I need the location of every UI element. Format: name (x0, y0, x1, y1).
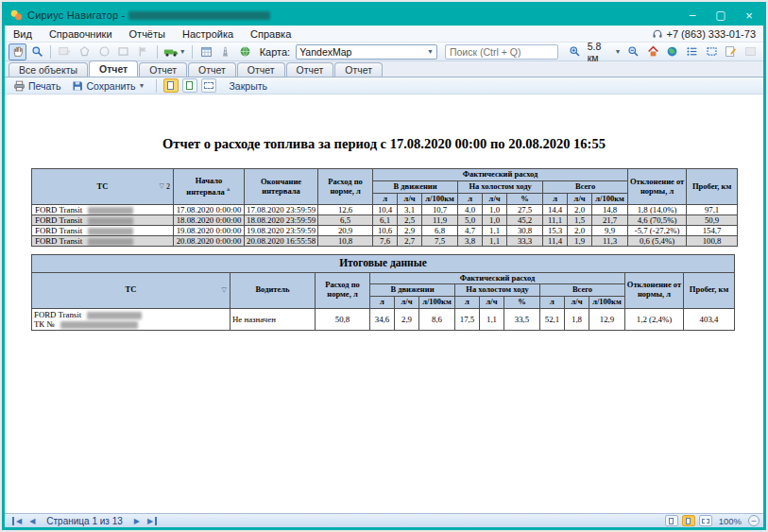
redacted-text (88, 217, 133, 225)
map-select[interactable]: YandexMap ▼ (296, 44, 437, 60)
table-row: FORD Transit ТК № Не назначен50,834,62,9… (32, 308, 735, 330)
tab-report-3[interactable]: Отчет (188, 62, 236, 77)
vehicle-cell: FORD Transit (32, 236, 174, 247)
col-header-end[interactable]: Окончание интервала (245, 169, 318, 205)
table-cell: 9,9 (592, 226, 628, 236)
chevron-down-icon: ▼ (139, 82, 145, 89)
magnifier-icon (31, 45, 43, 58)
vehicle-cell: FORD Transit (32, 226, 174, 236)
table-cell: 1,0 (483, 215, 507, 226)
tab-report-5[interactable]: Отчет (286, 62, 334, 77)
tab-report-6[interactable]: Отчет (334, 62, 383, 77)
zoom-tool-button[interactable] (28, 43, 46, 60)
notes-button[interactable] (723, 43, 741, 60)
circle-tool-button[interactable] (95, 43, 113, 60)
view-fit-page-button[interactable] (182, 78, 197, 93)
minimize-button[interactable]: – (678, 5, 707, 26)
col-header-tc[interactable]: ТС ▽ 2 (32, 169, 174, 205)
zoom-in-button[interactable] (566, 43, 584, 60)
col-header-deviation[interactable]: Отклонение от нормы, л (628, 169, 687, 205)
map-edit-icon (59, 45, 71, 58)
col-header-start[interactable]: Начало интервала▲ (174, 169, 245, 205)
col-header-mileage[interactable]: Пробег, км (687, 169, 738, 205)
image-button[interactable] (742, 43, 759, 60)
unit-header: л/ч (568, 193, 592, 205)
menu-help[interactable]: Справка (242, 26, 299, 42)
table-cell: 97,1 (687, 205, 738, 215)
first-page-button[interactable]: ◀ (12, 517, 26, 525)
tab-report-active[interactable]: Отчет (89, 60, 138, 77)
flag-tool-button[interactable] (134, 43, 152, 60)
col-header-driver[interactable]: Водитель (230, 272, 316, 308)
table-cell: Не назначен (230, 308, 316, 330)
view-page-layout-button[interactable] (682, 515, 695, 526)
table-cell: -5,7 (-27,2%) (628, 226, 687, 236)
routes-button[interactable] (216, 43, 234, 60)
edit-map-button[interactable] (56, 43, 74, 60)
menu-settings[interactable]: Настройка (174, 26, 242, 42)
print-button[interactable]: Печать (9, 78, 64, 94)
zoom-in-icon (569, 45, 581, 58)
menu-view[interactable]: Вид (5, 26, 41, 42)
menu-reports[interactable]: Отчёты (121, 26, 174, 42)
save-button[interactable]: Сохранить ▼ (68, 78, 148, 94)
table-cell: 2,5 (398, 215, 422, 226)
menu-directories[interactable]: Справочники (41, 26, 121, 42)
zoom-out-button[interactable] (624, 43, 642, 60)
close-report-label: Закрыть (230, 80, 267, 92)
home-button[interactable] (644, 43, 662, 60)
col-header-mileage[interactable]: Пробег, км (684, 272, 735, 308)
view-fit-width-button[interactable] (201, 78, 216, 93)
tab-report-2[interactable]: Отчет (139, 62, 187, 77)
col-group-idle: На холостом ходу (458, 180, 543, 193)
table-row: FORD Transit 17.08.2020 0:00:0017.08.202… (32, 205, 738, 215)
scale-select[interactable]: 5.8 км ▼ (588, 41, 622, 63)
close-report-button[interactable]: Закрыть (226, 78, 271, 94)
pan-tool-button[interactable] (9, 43, 26, 60)
table-row: FORD Transit 18.08.2020 0:00:0018.08.202… (32, 215, 738, 226)
page-fit-icon (186, 81, 193, 90)
unit-header: л/ч (483, 193, 507, 205)
col-header-tc[interactable]: ТС ▽ (32, 272, 230, 308)
redacted-company-name (128, 11, 270, 20)
map-view-button[interactable] (664, 43, 682, 60)
next-page-button[interactable]: ▶ (130, 517, 144, 525)
table-cell: 4,7 (458, 226, 483, 236)
legend-button[interactable] (683, 43, 701, 60)
prev-page-button[interactable]: ◀ (26, 517, 39, 525)
zoom-out-icon (627, 45, 640, 58)
view-multi-page-button[interactable] (699, 515, 712, 526)
col-header-norm[interactable]: Расход по норме, л (318, 169, 373, 205)
redacted-text (88, 228, 133, 235)
rectangle-tool-button[interactable] (114, 43, 132, 60)
schedule-button[interactable] (197, 43, 215, 60)
tab-all-objects[interactable]: Все объекты (9, 62, 88, 77)
tab-report-4[interactable]: Отчет (237, 62, 285, 77)
geo-services-button[interactable] (236, 43, 254, 60)
polygon-icon (78, 45, 91, 58)
view-single-page-button[interactable] (163, 78, 179, 93)
vehicle-list-button[interactable]: ▼ (162, 43, 187, 60)
table-cell: 10,8 (318, 236, 373, 247)
unit-header: л/100км (589, 297, 625, 309)
save-label: Сохранить (86, 80, 135, 92)
close-button[interactable]: × (735, 5, 763, 26)
table-cell: 6,1 (373, 215, 398, 226)
search-input[interactable] (445, 44, 558, 60)
col-header-deviation[interactable]: Отклонение от нормы, л (625, 272, 684, 308)
toolbar-separator (50, 45, 51, 59)
sort-indicator: ▽ (222, 286, 227, 294)
table-cell: 1,0 (483, 205, 507, 215)
table-cell: 19.08.2020 23:59:59 (245, 226, 318, 236)
maximize-button[interactable]: ▢ (707, 5, 735, 26)
table-cell: 1,8 (14,0%) (628, 205, 687, 215)
zoom-out-slider-button[interactable]: – (748, 515, 759, 526)
col-header-norm[interactable]: Расход по норме, л (316, 272, 370, 308)
table-cell: 1,8 (565, 308, 589, 330)
polygon-tool-button[interactable] (76, 43, 94, 60)
view-normal-button[interactable] (665, 515, 678, 526)
last-page-button[interactable]: ▶ (144, 517, 157, 525)
list-icon (686, 45, 698, 58)
chevron-down-icon: ▼ (614, 48, 621, 55)
fit-bounds-button[interactable] (703, 43, 721, 60)
